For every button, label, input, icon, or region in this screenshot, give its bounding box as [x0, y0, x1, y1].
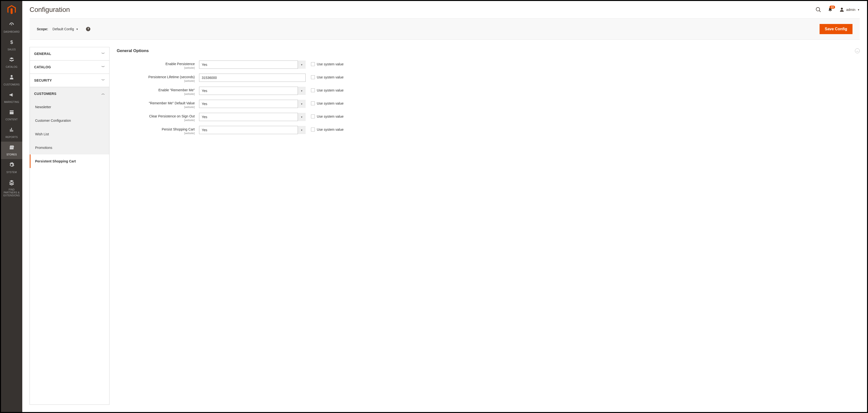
field-label: Enable Persistence[website]	[117, 61, 199, 69]
use-system-checkbox[interactable]	[311, 75, 315, 79]
field-row: "Remember Me" Default Value[website]YesU…	[117, 100, 860, 108]
page-title: Configuration	[30, 6, 70, 13]
field-row: Clear Persistence on Sign Out[website]Ye…	[117, 113, 860, 122]
config-section-header[interactable]: CUSTOMERS︿	[30, 87, 109, 100]
content-icon	[9, 109, 14, 117]
config-section-general: GENERAL﹀	[30, 47, 109, 61]
user-menu[interactable]: admin ▼	[839, 7, 860, 12]
config-item[interactable]: Promotions	[30, 141, 109, 154]
nav-label: FIND PARTNERS & EXTENSIONS	[2, 188, 21, 197]
field-control	[199, 73, 306, 82]
notification-badge: 13	[830, 6, 835, 9]
config-item[interactable]: Newsletter	[30, 100, 109, 114]
nav-item-stores[interactable]: STORES	[1, 141, 22, 159]
use-system-checkbox[interactable]	[311, 62, 315, 66]
nav-item-find-partners-extensions[interactable]: FIND PARTNERS & EXTENSIONS	[1, 177, 22, 200]
form-area: General Options ︿ Enable Persistence[web…	[117, 47, 860, 405]
field-select[interactable]: Yes	[199, 100, 306, 108]
use-system-checkbox[interactable]	[311, 115, 315, 118]
field-label-text: Clear Persistence on Sign Out	[149, 114, 195, 118]
nav-item-content[interactable]: CONTENT	[1, 106, 22, 124]
config-section-label: CATALOG	[34, 65, 51, 69]
section-head[interactable]: General Options ︿	[117, 47, 860, 61]
config-section-label: GENERAL	[34, 52, 51, 56]
svg-text:$: $	[10, 39, 13, 45]
nav-item-catalog[interactable]: CATALOG	[1, 54, 22, 71]
save-config-button[interactable]: Save Config	[819, 24, 852, 34]
field-scope-note: [website]	[117, 66, 195, 69]
admin-sidebar: DASHBOARD$SALESCATALOGCUSTOMERSMARKETING…	[1, 1, 22, 412]
use-system-value: Use system value	[311, 113, 343, 118]
bullhorn-icon	[9, 92, 14, 99]
chevron-down-icon: ﹀	[101, 52, 105, 56]
field-control: Yes	[199, 100, 306, 108]
nav-item-customers[interactable]: CUSTOMERS	[1, 71, 22, 89]
config-section-header[interactable]: GENERAL﹀	[30, 47, 109, 60]
use-system-value: Use system value	[311, 126, 343, 131]
use-system-value: Use system value	[311, 100, 343, 105]
config-section-catalog: CATALOG﹀	[30, 61, 109, 74]
config-items: NewsletterCustomer ConfigurationWish Lis…	[30, 100, 109, 168]
config-section-customers: CUSTOMERS︿NewsletterCustomer Configurati…	[30, 87, 109, 168]
field-select[interactable]: Yes	[199, 126, 306, 134]
collapse-button[interactable]: ︿	[855, 49, 860, 53]
nav-item-marketing[interactable]: MARKETING	[1, 89, 22, 106]
field-select[interactable]: Yes	[199, 61, 306, 69]
use-system-checkbox[interactable]	[311, 88, 315, 92]
field-label: Clear Persistence on Sign Out[website]	[117, 113, 199, 122]
field-input[interactable]	[199, 73, 306, 82]
config-item[interactable]: Customer Configuration	[30, 114, 109, 127]
nav-label: STORES	[6, 153, 17, 156]
config-item[interactable]: Persistent Shopping Cart	[30, 154, 109, 168]
config-nav: GENERAL﹀CATALOG﹀SECURITY﹀CUSTOMERS︿Newsl…	[30, 47, 110, 405]
use-system-checkbox[interactable]	[311, 101, 315, 105]
config-section-label: SECURITY	[34, 78, 52, 82]
field-select[interactable]: Yes	[199, 87, 306, 95]
stores-icon	[9, 145, 14, 152]
page-header: Configuration 13 admin ▼	[22, 1, 867, 19]
use-system-label[interactable]: Use system value	[317, 88, 343, 92]
use-system-label[interactable]: Use system value	[317, 115, 343, 118]
nav-item-sales[interactable]: $SALES	[1, 36, 22, 54]
scope-select[interactable]: Default Config ▼	[53, 27, 79, 31]
config-section-security: SECURITY﹀	[30, 74, 109, 87]
use-system-label[interactable]: Use system value	[317, 101, 343, 105]
field-label-text: Persist Shopping Cart	[162, 127, 195, 131]
config-section-header[interactable]: SECURITY﹀	[30, 74, 109, 87]
content: GENERAL﹀CATALOG﹀SECURITY﹀CUSTOMERS︿Newsl…	[22, 40, 867, 412]
use-system-checkbox[interactable]	[311, 128, 315, 131]
field-control: Yes	[199, 126, 306, 134]
search-button[interactable]	[816, 7, 821, 12]
chevron-up-icon: ︿	[101, 92, 105, 96]
chevron-down-icon: ﹀	[101, 78, 105, 83]
gear-icon	[9, 162, 14, 169]
field-scope-note: [website]	[117, 119, 195, 122]
nav-item-dashboard[interactable]: DASHBOARD	[1, 19, 22, 36]
scope-value: Default Config	[53, 27, 74, 31]
field-control: Yes	[199, 87, 306, 95]
use-system-label[interactable]: Use system value	[317, 128, 343, 131]
config-section-header[interactable]: CATALOG﹀	[30, 61, 109, 73]
person-icon	[9, 74, 14, 82]
magento-logo[interactable]	[1, 1, 22, 19]
notifications-button[interactable]: 13	[828, 7, 833, 12]
use-system-label[interactable]: Use system value	[317, 62, 343, 66]
field-label: Persist Shopping Cart[website]	[117, 126, 199, 135]
nav-item-system[interactable]: SYSTEM	[1, 159, 22, 177]
use-system-label[interactable]: Use system value	[317, 75, 343, 79]
field-select[interactable]: Yes	[199, 113, 306, 121]
field-control: Yes	[199, 61, 306, 69]
dashboard-icon	[9, 22, 14, 29]
nav-label: REPORTS	[6, 136, 18, 139]
header-actions: 13 admin ▼	[816, 7, 860, 12]
field-scope-note: [website]	[117, 93, 195, 95]
field-scope-note: [website]	[117, 80, 195, 82]
nav-label: CONTENT	[6, 118, 18, 121]
field-label: Enable "Remember Me"[website]	[117, 87, 199, 95]
scope-label: Scope:	[37, 27, 48, 31]
config-item[interactable]: Wish List	[30, 127, 109, 141]
caret-down-icon: ▼	[857, 8, 860, 11]
nav-label: CATALOG	[6, 66, 18, 68]
help-icon[interactable]: ?	[86, 27, 90, 31]
nav-item-reports[interactable]: REPORTS	[1, 124, 22, 141]
